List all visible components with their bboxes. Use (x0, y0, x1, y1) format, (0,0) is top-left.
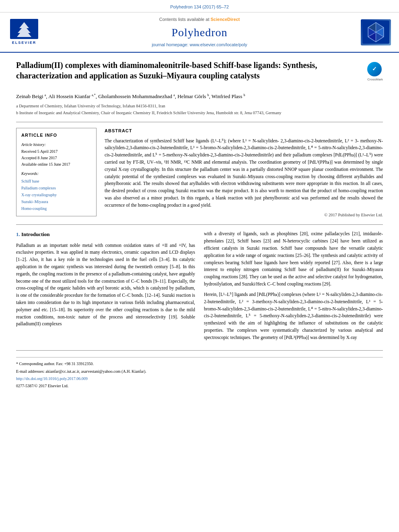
journal-reference: Polyhedron 134 (2017) 65–72 (170, 4, 229, 9)
journal-banner-right: POLYHEDRON (355, 19, 391, 45)
introduction-right-col: with a diversity of ligands, such as pho… (204, 230, 383, 344)
article-dates: Received 5 April 2017 Accepted 8 June 20… (21, 148, 91, 168)
affil-b: b Institute of Inorganic and Analytical … (16, 110, 383, 116)
available-date: Available online 15 June 2017 (21, 161, 91, 168)
crossmark-icon: ✓ (367, 62, 382, 76)
author-zeinab: Zeinab Beigi a, (16, 93, 48, 99)
crossmark-badge[interactable]: ✓ CrossMark (367, 62, 383, 82)
authors-line: Zeinab Beigi a, Ali Hossein Kianfar a,*,… (16, 93, 383, 101)
contents-line: Contents lists available at ScienceDirec… (44, 16, 355, 23)
article-title-text: Palladium(II) complexes with diaminomale… (16, 60, 361, 85)
copyright-line: © 2017 Published by Elsevier Ltd. (105, 212, 383, 218)
accepted-date: Accepted 8 June 2017 (21, 155, 91, 161)
homepage-url[interactable]: www.elsevier.com/locate/poly (190, 42, 247, 47)
keywords-section: Keywords: Schiff base Palladium complexe… (21, 171, 91, 212)
journal-title: Polyhedron (44, 25, 355, 40)
footer-divider (16, 350, 383, 351)
section-title-text: Introduction (21, 231, 50, 237)
intro-paragraph-2: with a diversity of ligands, such as pho… (204, 230, 383, 288)
keyword-4: Suzuki–Miyaura (21, 198, 91, 205)
introduction-section: 1. Introduction Palladium as an importan… (16, 230, 383, 344)
article-info-title: ARTICLE INFO (21, 132, 91, 138)
author-plass: Winfried Plass b (212, 93, 245, 99)
main-content: Palladium(II) complexes with diaminomale… (0, 53, 399, 398)
abstract-text: The characterization of synthesized Schi… (105, 138, 383, 209)
abstract-title: ABSTRACT (105, 128, 383, 134)
affil-a: a Department of Chemistry, Isfahan Unive… (16, 103, 383, 109)
article-info-box: ARTICLE INFO Article history: Received 5… (16, 128, 97, 216)
affiliations: a Department of Chemistry, Isfahan Unive… (16, 103, 383, 117)
page-container: Polyhedron 134 (2017) 65–72 ELSEVIER Con… (0, 0, 399, 398)
journal-homepage: journal homepage: www.elsevier.com/locat… (44, 42, 355, 48)
article-title-section: Palladium(II) complexes with diaminomale… (16, 60, 383, 88)
email-note: E-mail addresses: akianfar@cc.iut.ac.ir,… (16, 368, 383, 374)
journal-header-bar: Polyhedron 134 (2017) 65–72 (0, 0, 399, 12)
abstract-column: ABSTRACT The characterization of synthes… (105, 128, 383, 218)
issn-note: 0277-5387/© 2017 Elsevier Ltd. (16, 383, 383, 389)
article-footer: * Corresponding author. Fax: +98 31 3391… (16, 357, 383, 389)
article-info-abstract-section: ARTICLE INFO Article history: Received 5… (16, 128, 383, 218)
author-gorls: Helmar Gōrls b, (177, 93, 212, 99)
elsevier-logo-area: ELSEVIER (8, 19, 40, 45)
keywords-label: Keywords: (21, 171, 91, 177)
divider-after-abstract (16, 224, 383, 225)
corresponding-note: * Corresponding author. Fax: +98 31 3391… (16, 361, 383, 367)
crossmark-label: CrossMark (367, 77, 383, 82)
abstract-box: ABSTRACT The characterization of synthes… (105, 128, 383, 218)
introduction-left-col: 1. Introduction Palladium as an importan… (16, 230, 195, 344)
article-info-column: ARTICLE INFO Article history: Received 5… (16, 128, 97, 218)
intro-paragraph-1: Palladium as an important noble metal wi… (16, 242, 195, 328)
sciencedirect-link[interactable]: ScienceDirect (211, 17, 240, 22)
section-number: 1. (16, 231, 20, 237)
journal-banner: ELSEVIER Contents lists available at Sci… (0, 12, 399, 53)
journal-banner-center: Contents lists available at ScienceDirec… (44, 16, 355, 48)
keyword-2: Palladium complexes (21, 185, 91, 191)
history-label: Article history: (21, 142, 91, 148)
introduction-heading: 1. Introduction (16, 230, 195, 238)
keyword-3: X-ray crystallography (21, 191, 91, 198)
divider-after-affiliations (16, 122, 383, 122)
author-gholamhossein: Gholamhossein Mohammadnezhad a, (98, 93, 177, 99)
received-date: Received 5 April 2017 (21, 148, 91, 155)
elsevier-logo (10, 19, 38, 39)
intro-paragraph-3: Herein, [L¹–L⁵] ligands and [PdL(PPh₃)] … (204, 291, 383, 341)
author-kianfar: Ali Hossein Kianfar a,*, (48, 93, 98, 99)
keyword-5: Homo-coupling (21, 205, 91, 212)
article-title: Palladium(II) complexes with diaminomale… (16, 60, 361, 81)
polyhedron-logo: POLYHEDRON (361, 19, 391, 45)
keyword-1: Schiff base (21, 178, 91, 185)
doi-link[interactable]: http://dx.doi.org/10.1016/j.poly.2017.06… (16, 376, 383, 382)
elsevier-text: ELSEVIER (12, 40, 37, 45)
